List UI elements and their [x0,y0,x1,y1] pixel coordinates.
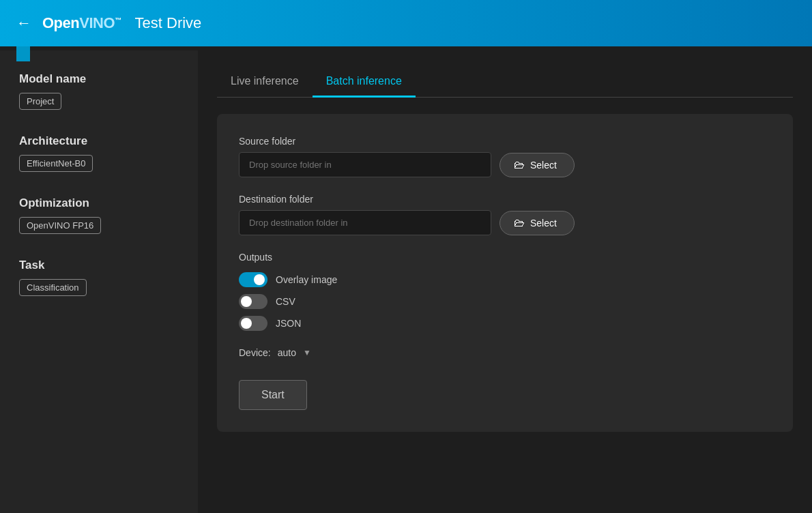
device-row: Device: auto ▼ [239,347,771,358]
destination-folder-section: Destination folder 🗁 Select [239,194,771,235]
destination-select-label: Select [530,218,557,229]
sidebar: Model name Project Architecture Efficien… [0,50,198,513]
app-header: ← OpenVINO™ Test Drive [0,0,812,46]
start-button[interactable]: Start [239,380,307,410]
tab-bar: Live inference Batch inference [217,67,793,98]
accent-bar [0,46,812,50]
source-folder-input[interactable] [239,152,491,177]
accent-block [16,46,30,61]
source-folder-icon: 🗁 [514,159,525,171]
source-folder-row: 🗁 Select [239,152,771,177]
json-slider [239,316,267,331]
json-toggle[interactable] [239,316,267,331]
overlay-image-slider [239,272,267,287]
csv-row: CSV [239,294,771,309]
model-name-label: Model name [19,72,179,86]
model-name-section: Model name Project [19,72,179,110]
outputs-section: Outputs Overlay image CSV [239,252,771,331]
destination-folder-row: 🗁 Select [239,210,771,235]
source-select-label: Select [530,160,557,171]
overlay-image-label: Overlay image [276,274,337,285]
source-folder-label: Source folder [239,136,771,147]
destination-folder-icon: 🗁 [514,217,525,229]
task-label: Task [19,259,179,272]
app-title: Test Drive [135,14,202,32]
optimization-label: Optimization [19,196,179,210]
destination-folder-input[interactable] [239,210,491,235]
destination-folder-label: Destination folder [239,194,771,205]
json-label: JSON [276,318,301,329]
overlay-image-row: Overlay image [239,272,771,287]
model-name-value: Project [19,93,61,110]
back-button[interactable]: ← [16,16,31,31]
task-value: Classification [19,279,87,296]
tab-live-inference[interactable]: Live inference [217,67,313,98]
app-logo: OpenVINO™ [42,14,121,32]
tab-batch-inference[interactable]: Batch inference [313,67,416,98]
csv-label: CSV [276,296,295,307]
architecture-label: Architecture [19,134,179,148]
main-layout: Model name Project Architecture Efficien… [0,50,812,513]
json-row: JSON [239,316,771,331]
optimization-section: Optimization OpenVINO FP16 [19,196,179,234]
optimization-value: OpenVINO FP16 [19,217,101,234]
csv-toggle[interactable] [239,294,267,309]
outputs-label: Outputs [239,252,771,263]
overlay-image-toggle[interactable] [239,272,267,287]
batch-inference-panel: Source folder 🗁 Select Destination folde… [217,114,793,432]
source-select-button[interactable]: 🗁 Select [499,153,575,177]
csv-slider [239,294,267,309]
device-value: auto [278,347,296,358]
logo-text: OpenVINO™ [42,14,121,32]
source-folder-section: Source folder 🗁 Select [239,136,771,177]
device-label: Device: [239,347,271,358]
architecture-section: Architecture EfficientNet-B0 [19,134,179,172]
destination-select-button[interactable]: 🗁 Select [499,211,575,235]
device-chevron-icon: ▼ [303,348,311,357]
content-area: Live inference Batch inference Source fo… [198,50,812,513]
architecture-value: EfficientNet-B0 [19,155,93,172]
task-section: Task Classification [19,259,179,296]
